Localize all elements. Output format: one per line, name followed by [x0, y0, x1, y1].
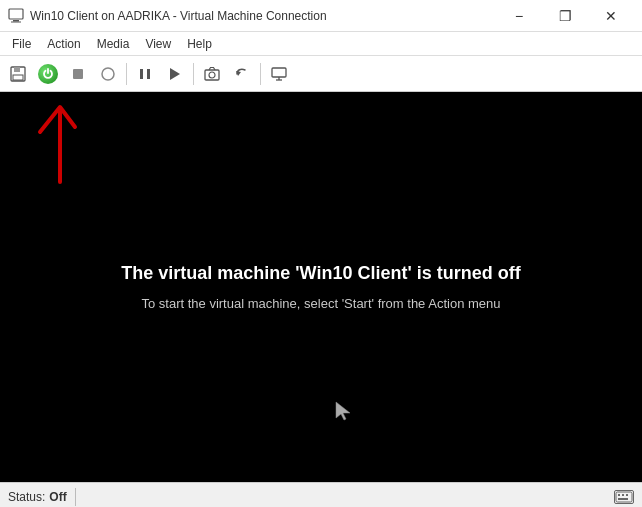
power-on-button[interactable]	[34, 60, 62, 88]
svg-rect-5	[13, 75, 23, 80]
cursor-icon	[334, 400, 354, 422]
menu-action[interactable]: Action	[39, 33, 88, 55]
toolbar	[0, 56, 642, 92]
svg-rect-9	[147, 69, 150, 79]
title-bar: Win10 Client on AADRIKA - Virtual Machin…	[0, 0, 642, 32]
title-bar-left: Win10 Client on AADRIKA - Virtual Machin…	[8, 8, 327, 24]
svg-rect-4	[14, 67, 20, 72]
status-label: Status:	[8, 490, 45, 504]
play-icon	[166, 65, 184, 83]
snapshot-button[interactable]	[198, 60, 226, 88]
red-arrow	[20, 97, 90, 187]
undo-icon	[233, 65, 251, 83]
svg-rect-6	[73, 69, 83, 79]
restore-button[interactable]: ❐	[542, 0, 588, 32]
close-button[interactable]: ✕	[588, 0, 634, 32]
svg-rect-8	[140, 69, 143, 79]
vm-message-container: The virtual machine 'Win10 Client' is tu…	[0, 263, 642, 311]
status-separator	[75, 488, 76, 506]
svg-rect-19	[616, 492, 632, 502]
vm-sub-message: To start the virtual machine, select 'St…	[141, 296, 500, 311]
vm-screen: The virtual machine 'Win10 Client' is tu…	[0, 92, 642, 482]
svg-point-12	[209, 72, 215, 78]
status-value: Off	[49, 490, 66, 504]
window-title: Win10 Client on AADRIKA - Virtual Machin…	[30, 9, 327, 23]
pause-icon	[136, 65, 154, 83]
menu-media[interactable]: Media	[89, 33, 138, 55]
shutdown-icon	[69, 65, 87, 83]
svg-rect-1	[13, 20, 19, 22]
svg-rect-23	[618, 498, 628, 500]
toolbar-separator-2	[193, 63, 194, 85]
svg-marker-10	[170, 68, 180, 80]
undo-button[interactable]	[228, 60, 256, 88]
svg-rect-22	[626, 494, 628, 496]
save-icon	[9, 65, 27, 83]
keyboard-icon	[614, 490, 634, 504]
toolbar-separator-3	[260, 63, 261, 85]
menu-bar: File Action Media View Help	[0, 32, 642, 56]
svg-point-7	[102, 68, 114, 80]
camera-icon	[203, 65, 221, 83]
save-button[interactable]	[4, 60, 32, 88]
reset-button[interactable]	[94, 60, 122, 88]
svg-rect-14	[272, 68, 286, 77]
vm-icon	[8, 8, 24, 24]
resume-button[interactable]	[161, 60, 189, 88]
menu-file[interactable]: File	[4, 33, 39, 55]
status-bar: Status: Off	[0, 482, 642, 507]
menu-help[interactable]: Help	[179, 33, 220, 55]
remote-button[interactable]	[265, 60, 293, 88]
svg-rect-20	[618, 494, 620, 496]
title-bar-controls: − ❐ ✕	[496, 0, 634, 32]
svg-rect-0	[9, 9, 23, 19]
reset-icon	[99, 65, 117, 83]
menu-view[interactable]: View	[137, 33, 179, 55]
remote-icon	[270, 65, 288, 83]
power-on-icon	[38, 64, 58, 84]
minimize-button[interactable]: −	[496, 0, 542, 32]
pause-button[interactable]	[131, 60, 159, 88]
shutdown-button[interactable]	[64, 60, 92, 88]
svg-marker-18	[336, 402, 350, 420]
vm-main-message: The virtual machine 'Win10 Client' is tu…	[121, 263, 520, 284]
svg-rect-21	[622, 494, 624, 496]
svg-rect-2	[11, 21, 21, 22]
toolbar-separator-1	[126, 63, 127, 85]
